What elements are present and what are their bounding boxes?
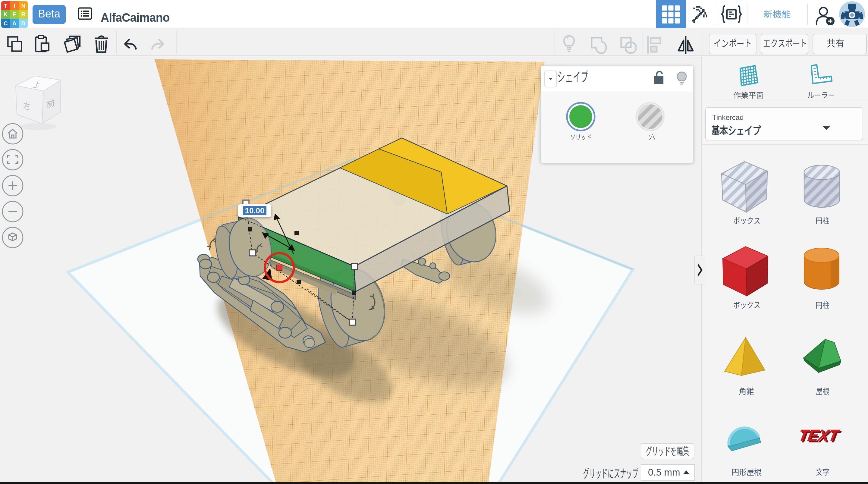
svg-text:TEXT: TEXT bbox=[797, 426, 841, 445]
